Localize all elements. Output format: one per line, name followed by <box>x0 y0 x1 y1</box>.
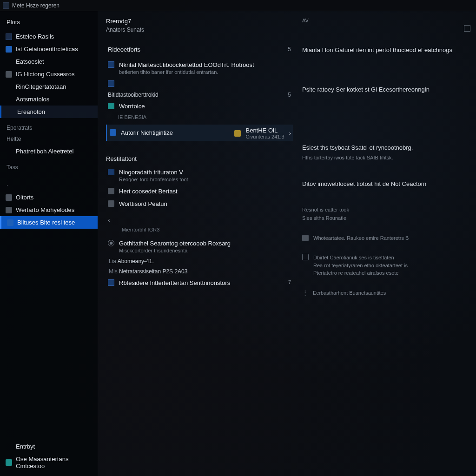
more-line3[interactable]: Lia Abomeany-41. <box>106 256 293 266</box>
worttoice-entry[interactable]: Worrtoice <box>106 100 293 112</box>
sidebar-item-eatso[interactable]: Eatsoeslet <box>0 55 98 68</box>
sidebar-item-ereanoton[interactable]: Ereanoton <box>0 106 98 118</box>
module-icon <box>6 33 12 40</box>
sidebar-item-oitorts[interactable]: Oitorts <box>0 191 98 204</box>
info-title-5: Resnot is eatter took <box>302 206 471 214</box>
document-icon <box>108 80 114 87</box>
right-panel: AV Mianta Hon Gaturel iten int pertof th… <box>298 11 476 476</box>
sidebar-item-wertarto[interactable]: Wertarto Miohyelodes <box>0 204 98 216</box>
entry-title: Gothitathel Searontog otercooob Roxsarg <box>119 240 291 247</box>
sidebar-dot: · <box>0 179 98 191</box>
module-icon <box>7 109 13 115</box>
sidebar-item-label: Ist Getatooerittrcteticas <box>16 46 78 53</box>
module-icon <box>6 46 12 53</box>
entry-meta: 7 <box>288 279 291 285</box>
entry-title: Rbtesidere Intterterttertan Serittrinons… <box>119 279 280 286</box>
folder-sub: Civunteras 241:3 <box>245 134 284 139</box>
info-title-8: Eerbastharhent Buanetsauntites <box>313 289 386 297</box>
sidebar-item-ose[interactable]: Ose Maasantertans Cmtcestoo <box>0 453 98 472</box>
sidebar-item-label: IG Hictong Cussesros <box>16 71 74 78</box>
sidebar-item-label: Oitorts <box>16 194 33 201</box>
more-line1: Mierrtorbhl IGR3 <box>106 227 293 232</box>
entry-title: Hert coosedet Bertast <box>119 188 291 195</box>
sidebar-header: Plots <box>0 16 98 30</box>
val: Abomeany-41. <box>118 258 154 264</box>
info-title-7: Dbirtet Caerotianuk ses is tisettaten <box>313 254 408 262</box>
sidebar-item-label: Wertarto Miohyelodes <box>16 206 74 213</box>
info-title-6: Whoteartatee. Raukeo emire Ranteretrs B <box>313 234 409 242</box>
sidebar-item-hictong[interactable]: IG Hictong Cussesros <box>0 68 98 80</box>
more-entry-rbtes[interactable]: Rbtesidere Intterterttertan Serittrinons… <box>106 277 293 289</box>
chevron-icon[interactable]: ⋮ <box>302 289 308 296</box>
module-icon <box>7 219 13 226</box>
info-title-3: Esiest ths tsyboat Ssatcl ot ryncootnobr… <box>302 144 471 151</box>
entry-desc: betierten tihto baner ifer ontidutial en… <box>119 69 291 75</box>
titlebar: Mete Hsze regeren <box>0 0 476 11</box>
sidebar-item-aots[interactable]: Aotsrnatolos <box>0 93 98 106</box>
more-entry-goth[interactable]: Gothitathel Searontog otercooob Roxsarg … <box>106 237 293 256</box>
sidebar-item-getato[interactable]: Ist Getatooerittrcteticas <box>0 43 98 55</box>
chevron-right-icon: › <box>289 130 291 137</box>
entry-desc: Reogoe: tord hronfercoles toot <box>119 177 291 182</box>
app-icon <box>110 129 116 136</box>
more-line4[interactable]: Mis Netratarssiseitan P2S 2A03 <box>106 266 293 277</box>
info-title-1: Mianta Hon Gaturel iten int pertof thuct… <box>302 46 471 53</box>
module-icon <box>6 194 12 201</box>
sidebar-item-label: Biltuses Bite resl tese <box>17 219 75 226</box>
sidebar-item-biltuses[interactable]: Biltuses Bite resl tese <box>0 216 98 229</box>
info-title-4: Ditov imowetrloceet tiotost hit de Not C… <box>302 180 471 187</box>
row-value: 5 <box>288 92 291 98</box>
sidebar-item-label: Aotsrnatolos <box>16 96 49 103</box>
entry-title: Niogoradath trituraton V <box>119 169 291 176</box>
back-icon[interactable] <box>108 217 114 223</box>
document-icon <box>108 279 114 286</box>
module-icon <box>6 96 12 103</box>
sidebar-category-tags: Tass <box>0 158 98 172</box>
module-icon <box>6 443 12 450</box>
module-icon <box>6 84 12 90</box>
record-entry-2[interactable] <box>106 78 293 90</box>
section-count: 5 <box>288 46 291 53</box>
sidebar: Plots Esteleo Raslis Ist Getatooerittrct… <box>0 11 98 476</box>
entry-title: Worrtoice <box>119 103 291 110</box>
square-icon <box>302 235 309 241</box>
record-entry-1[interactable]: Nkntal Martesct.tiboockertettod EOOdTrt.… <box>106 59 293 78</box>
module-icon <box>6 59 12 65</box>
sidebar-item-label: Ereanoton <box>17 108 45 115</box>
sidebar-item-phatret[interactable]: Phatretiboh Aleetretel <box>0 145 98 158</box>
info-sub-5: Sies sitha Rounatie <box>302 214 471 222</box>
right-top-tag: AV <box>302 18 471 23</box>
row-efficiency[interactable]: Bitidtastooiberttrokid 5 <box>106 90 293 100</box>
prefix: Mis <box>109 268 118 275</box>
sidebar-category-exports: Eporatrats <box>0 118 98 133</box>
center-panel: Rrerodg7 Anators Sunats Rideoetforts 5 N… <box>98 11 298 476</box>
sidebar-item-label: Phatretiboh Aleetretel <box>16 148 73 155</box>
corner-expand-icon[interactable] <box>464 25 470 32</box>
page-subtitle: Anators Sunats <box>106 26 293 33</box>
rest-entry-1[interactable]: Niogoradath trituraton V Reogoe: tord hr… <box>106 166 293 185</box>
row-label: Bitidtastooiberttrokid <box>108 92 159 98</box>
back-row[interactable] <box>106 215 293 225</box>
entry-title: Nkntal Martesct.tiboockertettod EOOdTrt.… <box>119 61 291 68</box>
sidebar-item-label: Entrbyt <box>16 443 35 450</box>
sidebar-item-label: Heltte <box>7 136 21 142</box>
module-icon <box>6 148 12 155</box>
rest-entry-2[interactable]: Hert coosedet Bertast <box>106 185 293 198</box>
badge-icon <box>108 200 114 207</box>
sidebar-item-esteleo[interactable]: Esteleo Raslis <box>0 30 98 43</box>
sidebar-item-entrbyt[interactable]: Entrbyt <box>0 440 98 453</box>
info-sub-7b: Pteriatetro re reateahel airalsos esote <box>313 269 408 277</box>
sidebar-sub-heltte[interactable]: Heltte <box>0 133 98 145</box>
entry-desc: Misckcortorder tnsundenesntal <box>119 248 291 253</box>
folder-name: BentHE OlL <box>245 127 284 134</box>
val: Netratarssiseitan P2S 2A03 <box>119 268 187 275</box>
info-sub-7a: Rea rot teyeriatyraren etho okteatarteet… <box>313 262 408 270</box>
module-icon <box>6 71 12 78</box>
module-icon <box>6 207 12 213</box>
document-icon <box>108 61 114 68</box>
sidebar-item-rincite[interactable]: RinCitegertatotaan <box>0 80 98 93</box>
rest-entry-3[interactable]: Worttisord Peatun <box>106 198 293 210</box>
app-icon <box>108 103 114 109</box>
module-icon <box>6 459 12 466</box>
checkbox-icon[interactable] <box>302 254 309 260</box>
